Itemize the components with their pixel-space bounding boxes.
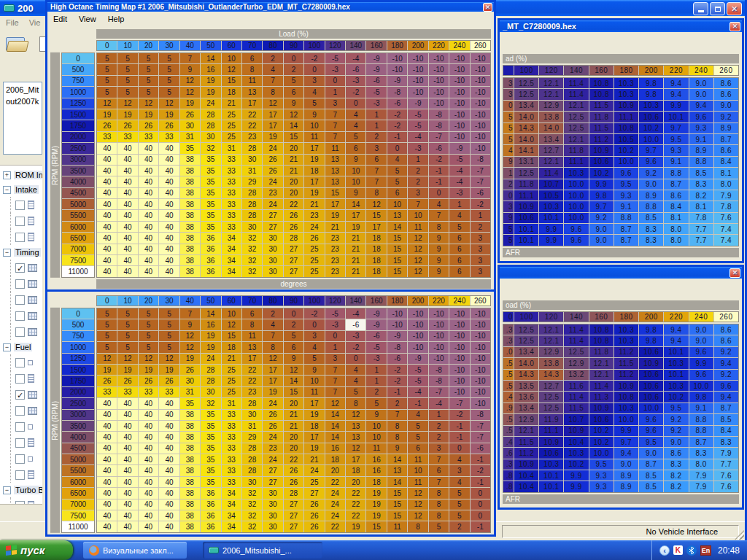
map-cell[interactable]: 2 (366, 387, 386, 397)
map-cell[interactable]: 13 (387, 465, 407, 475)
map-cell[interactable]: 19 (304, 443, 324, 454)
map-cell[interactable]: 10.9 (514, 459, 538, 470)
menu-view[interactable]: View (79, 15, 96, 23)
map-cell[interactable]: 2 (408, 166, 427, 176)
map-cell[interactable]: 10.9 (639, 358, 663, 368)
map-cell[interactable]: 12 (180, 331, 200, 341)
map-cell[interactable]: -10 (408, 87, 427, 97)
tree-expander-icon[interactable]: − (3, 343, 11, 351)
map-cell-clipped[interactable]: .5 (503, 381, 514, 391)
map-cell[interactable]: -5 (366, 87, 386, 97)
map-cell[interactable]: 11 (408, 222, 427, 232)
map-cell[interactable]: -3 (325, 319, 345, 330)
map-cell[interactable]: 10.2 (589, 168, 614, 178)
map-cell[interactable]: 12 (408, 499, 427, 510)
map-cell[interactable]: -1 (449, 421, 469, 431)
map-cell[interactable]: 9.8 (639, 324, 663, 335)
map-cell[interactable]: 9.8 (639, 89, 663, 99)
map-cell[interactable]: 25 (222, 387, 241, 397)
map-cell[interactable]: 22 (346, 510, 365, 521)
map-cell[interactable]: -7 (471, 166, 490, 176)
map-cell[interactable]: 11.5 (514, 437, 538, 447)
load-header-cell[interactable]: 200 (408, 41, 427, 50)
map-cell[interactable]: 10.6 (639, 347, 663, 357)
map-cell[interactable]: 8 (346, 398, 365, 408)
map-cell[interactable]: 40 (97, 210, 117, 220)
map-cell[interactable]: 5 (117, 64, 137, 74)
tree-map-item[interactable] (10, 419, 42, 435)
map-cell[interactable]: 10.3 (639, 101, 663, 111)
map-cell[interactable]: 19 (366, 488, 386, 498)
map-cell[interactable]: -5 (408, 120, 427, 131)
map-cell[interactable]: 7 (429, 210, 449, 220)
tree-section-label[interactable]: Fuel (14, 343, 32, 351)
map-cell[interactable]: 5 (97, 87, 117, 97)
map-cell[interactable]: 5 (97, 64, 117, 74)
map-cell[interactable]: 6 (387, 188, 407, 198)
map-cell[interactable]: 10.6 (514, 213, 538, 223)
map-cell[interactable]: -4 (408, 387, 427, 397)
map-cell-clipped[interactable]: 5 (503, 123, 514, 133)
tree-map-item[interactable] (10, 197, 42, 213)
map-cell[interactable]: 34 (222, 244, 241, 254)
map-cell[interactable]: 33 (222, 410, 241, 420)
map-cell[interactable]: 8.9 (614, 481, 638, 491)
map-cell[interactable]: 12 (159, 98, 179, 109)
map-cell[interactable]: -10 (471, 143, 490, 153)
map-cell[interactable]: 19 (304, 410, 324, 420)
map-cell[interactable]: 7 (366, 176, 386, 187)
map-cell[interactable]: 3 (325, 98, 345, 109)
map-cell[interactable]: 5 (387, 176, 407, 187)
map-cell[interactable]: 26 (139, 376, 158, 386)
map-cell[interactable]: 9.1 (689, 403, 713, 413)
map-cell[interactable]: 9.4 (689, 101, 713, 111)
map-cell[interactable]: 40 (159, 210, 179, 220)
map-checkbox[interactable] (15, 233, 25, 242)
map-cell[interactable]: 5 (117, 331, 137, 341)
map-cell[interactable]: 12.5 (564, 347, 588, 357)
load-header-cell[interactable]: 40 (180, 296, 200, 306)
map-cell[interactable]: 40 (117, 510, 137, 521)
map-cell[interactable]: 35 (201, 155, 220, 165)
map-checkbox[interactable] (15, 295, 25, 305)
map-cell[interactable]: 33 (139, 132, 158, 142)
map-cell[interactable]: 25 (304, 266, 324, 276)
map-cell[interactable]: 10.6 (639, 392, 663, 402)
map-cell[interactable]: 34 (222, 255, 241, 265)
map-cell[interactable]: 7 (325, 376, 345, 386)
map-cell-clipped[interactable]: 1 (503, 168, 514, 178)
map-cell[interactable]: 33 (222, 222, 241, 232)
map-cell[interactable]: -5 (408, 109, 427, 120)
map-cell[interactable]: 8.6 (714, 324, 738, 335)
map-cell[interactable]: 8.3 (639, 224, 663, 234)
map-cell[interactable]: 40 (117, 421, 137, 431)
map-cell[interactable]: 8.7 (614, 235, 638, 245)
map-cell[interactable]: 18 (222, 342, 241, 352)
map-checkbox[interactable] (15, 374, 25, 384)
map-cell[interactable]: 4 (449, 210, 469, 220)
map-cell[interactable]: 31 (222, 143, 241, 153)
map-cell[interactable]: 10.0 (689, 381, 713, 391)
map-cell[interactable]: 9.8 (689, 392, 713, 402)
map-cell[interactable]: 19 (97, 109, 117, 120)
map-cell[interactable]: 10 (346, 176, 365, 187)
map-cell[interactable]: 30 (201, 387, 220, 397)
map-cell[interactable]: 27 (284, 521, 303, 532)
map-cell[interactable]: 4 (263, 319, 282, 330)
close-icon[interactable]: ✕ (729, 22, 740, 31)
map-cell[interactable]: 12.1 (589, 358, 614, 368)
map-cell[interactable]: 7.7 (689, 235, 713, 245)
map-cell[interactable]: -4 (346, 308, 365, 319)
map-cell[interactable]: 26 (284, 222, 303, 232)
map-cell[interactable]: 12 (284, 109, 303, 120)
map-cell[interactable]: 12.5 (539, 392, 563, 402)
map-cell[interactable]: 5 (97, 53, 117, 63)
map-cell[interactable]: 19 (159, 365, 179, 375)
rpm-header-cell[interactable]: 6500 (62, 233, 94, 243)
load-header-cell[interactable]: 100 (304, 296, 324, 306)
map-cell[interactable]: 23 (263, 443, 282, 454)
map-cell[interactable]: 8.8 (639, 201, 663, 211)
map-cell[interactable]: 35 (180, 143, 200, 153)
map-cell[interactable]: 5 (449, 222, 469, 232)
map-cell[interactable]: 10.1 (664, 112, 688, 122)
